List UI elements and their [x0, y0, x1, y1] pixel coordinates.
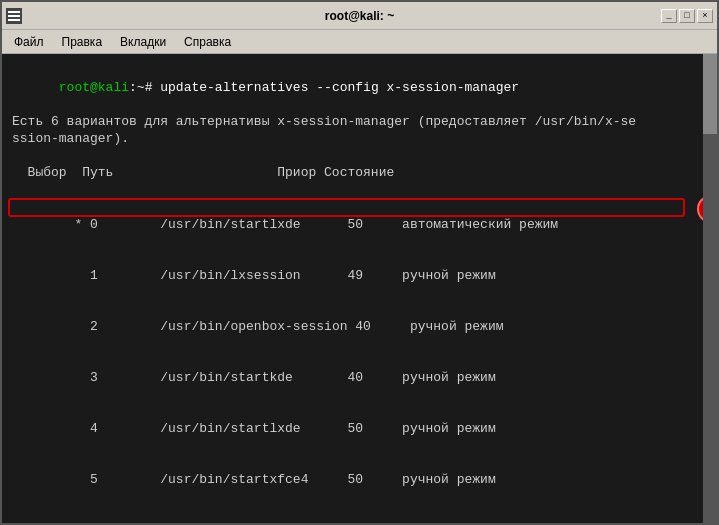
row-priority: 50 — [347, 217, 402, 232]
row-status: ручной режим — [410, 319, 504, 334]
scrollbar-thumb[interactable] — [703, 54, 717, 134]
menu-bar: Файл Правка Вкладки Справка — [2, 30, 717, 54]
close-button[interactable]: × — [697, 9, 713, 23]
menu-file[interactable]: Файл — [6, 33, 52, 51]
window-icon — [6, 8, 22, 24]
title-bar-left — [6, 8, 22, 24]
row-status: ручной режим — [402, 421, 496, 436]
minimize-button[interactable]: _ — [661, 9, 677, 23]
svg-rect-1 — [8, 15, 20, 17]
svg-rect-2 — [8, 19, 20, 21]
row-priority: 40 — [355, 319, 410, 334]
row-status: ручной режим — [402, 472, 496, 487]
row-status: автоматический режим — [402, 217, 558, 232]
command-line: root@kali:~# update-alternatives --confi… — [12, 62, 707, 113]
row-priority: 40 — [347, 370, 402, 385]
row-path: /usr/bin/startlxde — [160, 421, 347, 436]
row-marker: * 0 — [74, 217, 160, 232]
blank-line — [12, 147, 707, 164]
row-status: ручной режим — [402, 370, 496, 385]
table-container: * 0 /usr/bin/startlxde 50 автоматический… — [12, 199, 707, 523]
terminal-window: root@kali: ~ _ □ × Файл Правка Вкладки С… — [0, 0, 719, 525]
row-path: /usr/bin/startlxde — [160, 217, 347, 232]
info-line-1: Есть 6 вариантов для альтернативы x-sess… — [12, 113, 707, 130]
blank-line-2 — [12, 182, 707, 199]
row-path: /usr/bin/lxsession — [160, 268, 347, 283]
menu-edit[interactable]: Правка — [54, 33, 111, 51]
table-row: 1 /usr/bin/lxsession 49 ручной режим — [12, 250, 707, 301]
window-controls: _ □ × — [661, 9, 713, 23]
row-marker: 4 — [74, 421, 160, 436]
title-bar: root@kali: ~ _ □ × — [2, 2, 717, 30]
table-header: Выбор Путь Приор Состояние — [12, 164, 707, 182]
prompt-separator: :~# — [129, 80, 160, 95]
terminal-content: root@kali:~# update-alternatives --confi… — [2, 54, 717, 523]
row-priority: 50 — [347, 421, 402, 436]
table-row: 3 /usr/bin/startkde 40 ручной режим — [12, 352, 707, 403]
window-title: root@kali: ~ — [325, 9, 394, 23]
table-row: 5 /usr/bin/startxfce4 50 ручной режим — [12, 454, 707, 505]
scrollbar[interactable] — [703, 54, 717, 523]
svg-rect-0 — [8, 11, 20, 13]
row-marker: 2 — [74, 319, 160, 334]
info-line-2: ssion-manager). — [12, 130, 707, 147]
table-row: 4 /usr/bin/startlxde 50 ручной режим — [12, 403, 707, 454]
maximize-button[interactable]: □ — [679, 9, 695, 23]
menu-tabs[interactable]: Вкладки — [112, 33, 174, 51]
row-marker: 1 — [74, 268, 160, 283]
row-status: ручной режим — [402, 268, 496, 283]
table-row: 6 /usr/bin/xfce4-session 40 ручной режим — [12, 505, 707, 523]
row-path: /usr/bin/startkde — [160, 370, 347, 385]
prompt-text: root@kali — [59, 80, 129, 95]
row-marker: 5 — [74, 472, 160, 487]
row-priority: 50 — [347, 472, 402, 487]
menu-help[interactable]: Справка — [176, 33, 239, 51]
row-path: /usr/bin/startxfce4 — [160, 472, 347, 487]
row-priority: 49 — [347, 268, 402, 283]
row-marker: 3 — [74, 370, 160, 385]
row-path: /usr/bin/openbox-session — [160, 319, 355, 334]
command-text: update-alternatives --config x-session-m… — [160, 80, 519, 95]
table-row: * 0 /usr/bin/startlxde 50 автоматический… — [12, 199, 707, 250]
table-row: 2 /usr/bin/openbox-session 40 ручной реж… — [12, 301, 707, 352]
